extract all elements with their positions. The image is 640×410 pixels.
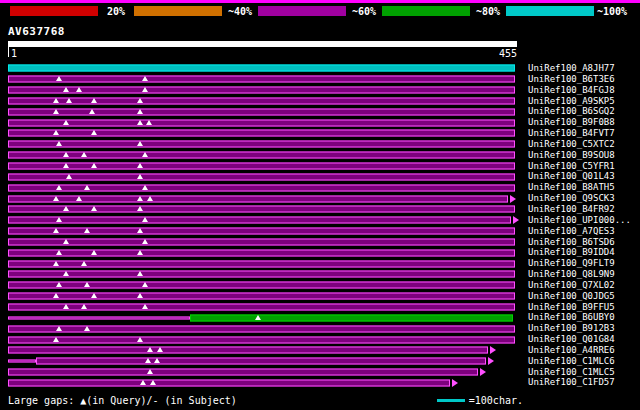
hit-label[interactable]: UniRef100_B6T3E6	[528, 74, 615, 85]
ruler-end-label: 455	[499, 48, 517, 59]
hit-label[interactable]: UniRef100_B4FR92	[528, 204, 615, 215]
hit-label[interactable]: UniRef100_B9F0B8	[528, 117, 615, 128]
hit-row: UniRef100_Q01G84	[0, 334, 640, 345]
hit-alignment-bar[interactable]	[8, 247, 525, 258]
hit-label[interactable]: UniRef100_Q01L43	[528, 171, 615, 182]
identity-scale-segment	[258, 6, 346, 16]
hit-alignment-bar[interactable]	[8, 345, 525, 356]
hit-row: UniRef100_C1FD57	[0, 377, 640, 388]
gap-triangle-icon	[81, 304, 87, 309]
identity-scale-segment	[382, 6, 470, 16]
gap-triangle-icon	[137, 98, 143, 103]
hit-label[interactable]: UniRef100_Q01G84	[528, 334, 615, 345]
gap-triangle-icon	[137, 272, 143, 277]
hit-alignment-bar[interactable]	[8, 150, 525, 161]
hit-alignment-bar[interactable]	[8, 237, 525, 248]
hit-label[interactable]: UniRef100_A9SKP5	[528, 96, 615, 107]
identity-scale-segment	[10, 6, 98, 16]
alignment-segment	[8, 108, 515, 115]
alignment-segment	[8, 238, 515, 245]
hit-alignment-bar[interactable]	[8, 323, 525, 334]
gap-triangle-icon	[84, 282, 90, 287]
hit-alignment-bar[interactable]	[8, 85, 525, 96]
hit-label[interactable]: UniRef100_Q9FLT9	[528, 258, 615, 269]
alignment-segment	[36, 358, 486, 365]
alignment-segment	[8, 141, 515, 148]
hit-label[interactable]: UniRef100_A7QES3	[528, 226, 615, 237]
hit-alignment-bar[interactable]	[8, 171, 525, 182]
hit-alignment-bar[interactable]	[8, 291, 525, 302]
gap-triangle-icon	[137, 206, 143, 211]
hit-label[interactable]: UniRef100_B9FFU5	[528, 302, 615, 313]
alignment-segment	[8, 119, 515, 126]
hit-label[interactable]: UniRef100_B9IDD4	[528, 247, 615, 258]
identity-scale-segment	[506, 6, 594, 16]
hit-label[interactable]: UniRef100_B4FVT7	[528, 128, 615, 139]
hit-label[interactable]: UniRef100_UPI000...	[528, 215, 631, 226]
hit-label[interactable]: UniRef100_A4RRE6	[528, 345, 615, 356]
hit-alignment-bar[interactable]	[8, 63, 525, 74]
gap-triangle-icon	[157, 347, 163, 352]
hit-alignment-bar[interactable]	[8, 269, 525, 280]
hit-alignment-bar[interactable]	[8, 96, 525, 107]
hit-label[interactable]: UniRef100_B9SOU8	[528, 150, 615, 161]
identity-scale-label: ~40%	[222, 6, 258, 17]
hit-label[interactable]: UniRef100_Q8L9N9	[528, 269, 615, 280]
hit-alignment-bar[interactable]	[8, 117, 525, 128]
hit-alignment-bar[interactable]	[8, 302, 525, 313]
hit-alignment-bar[interactable]	[8, 377, 525, 388]
hit-label[interactable]: UniRef100_C1MLC5	[528, 367, 615, 378]
hit-row: UniRef100_Q01L43	[0, 171, 640, 182]
hit-label[interactable]: UniRef100_B8ATH5	[528, 182, 615, 193]
hit-alignment-bar[interactable]	[8, 139, 525, 150]
subject-extends-arrow-icon	[488, 357, 494, 365]
gap-triangle-icon	[150, 380, 156, 385]
hit-alignment-bar[interactable]	[8, 182, 525, 193]
gap-triangle-icon	[84, 326, 90, 331]
subject-extends-arrow-icon	[513, 216, 519, 224]
gap-triangle-icon	[84, 228, 90, 233]
hit-label[interactable]: UniRef100_B912B3	[528, 323, 615, 334]
gap-triangle-icon	[154, 358, 160, 363]
hit-alignment-bar[interactable]	[8, 128, 525, 139]
hit-row: UniRef100_A4RRE6	[0, 345, 640, 356]
gap-triangle-icon	[53, 98, 59, 103]
hit-row: UniRef100_B9F0B8	[0, 117, 640, 128]
hit-label[interactable]: UniRef100_B6TSD6	[528, 237, 615, 248]
gap-triangle-icon	[53, 228, 59, 233]
hit-label[interactable]: UniRef100_C5XTC2	[528, 139, 615, 150]
alignment-segment	[8, 173, 515, 180]
hit-label[interactable]: UniRef100_B6SGQ2	[528, 106, 615, 117]
hit-label[interactable]: UniRef100_C1MLC6	[528, 356, 615, 367]
gap-triangle-icon	[53, 196, 59, 201]
hit-label[interactable]: UniRef100_C5YFR1	[528, 161, 615, 172]
gap-triangle-icon	[91, 206, 97, 211]
hit-alignment-bar[interactable]	[8, 226, 525, 237]
hit-alignment-bar[interactable]	[8, 280, 525, 291]
gap-triangle-icon	[91, 131, 97, 136]
alignment-segment	[8, 76, 515, 83]
hit-alignment-bar[interactable]	[8, 74, 525, 85]
hit-label[interactable]: UniRef100_C1FD57	[528, 377, 615, 388]
hit-alignment-bar[interactable]	[8, 215, 525, 226]
hit-alignment-bar[interactable]	[8, 312, 525, 323]
hit-alignment-bar[interactable]	[8, 334, 525, 345]
gap-triangle-icon	[91, 250, 97, 255]
hit-label[interactable]: UniRef100_Q0JDG5	[528, 291, 615, 302]
hit-label[interactable]: UniRef100_Q7XL02	[528, 280, 615, 291]
alignment-segment	[8, 217, 511, 224]
hit-alignment-bar[interactable]	[8, 161, 525, 172]
hit-alignment-bar[interactable]	[8, 204, 525, 215]
hit-label[interactable]: UniRef100_B4FGJ8	[528, 85, 615, 96]
hit-alignment-bar[interactable]	[8, 367, 525, 378]
hit-label[interactable]: UniRef100_Q9SCK3	[528, 193, 615, 204]
identity-scale-label: 20%	[98, 6, 134, 17]
hit-label[interactable]: UniRef100_A8JH77	[528, 63, 615, 74]
hit-row: UniRef100_C5YFR1	[0, 161, 640, 172]
hit-alignment-bar[interactable]	[8, 193, 525, 204]
hit-alignment-bar[interactable]	[8, 356, 525, 367]
hit-alignment-bar[interactable]	[8, 258, 525, 269]
hit-alignment-bar[interactable]	[8, 106, 525, 117]
hit-label[interactable]: UniRef100_B6UBY0	[528, 312, 615, 323]
gap-triangle-icon	[63, 239, 69, 244]
